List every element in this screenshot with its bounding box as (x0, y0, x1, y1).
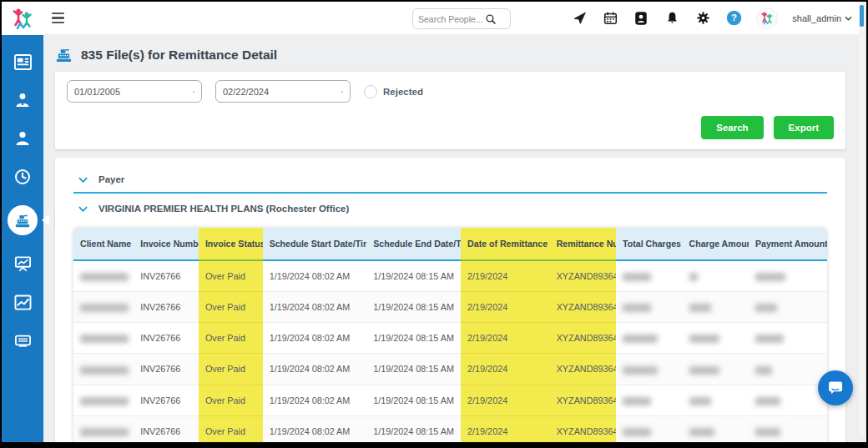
cell-remittance_number: XYZAND893647 (550, 354, 616, 385)
send-icon[interactable] (571, 10, 588, 27)
sidebar-item-schedule[interactable] (8, 167, 38, 187)
logo-icon (10, 7, 35, 30)
start-date-input[interactable] (74, 87, 193, 97)
end-date-field (215, 80, 351, 103)
calendar-icon[interactable] (602, 10, 618, 27)
sidebar-item-patients[interactable] (8, 128, 38, 148)
cell-date_of_remittance: 2/19/2024 (461, 323, 550, 354)
redacted-value (689, 304, 711, 312)
table-row[interactable]: INV26766Over Paid1/19/2024 08:02 AM1/19/… (73, 260, 827, 292)
chevron-down-icon (845, 16, 852, 21)
cell-invoice_status: Over Paid (199, 354, 263, 385)
cell-invoice_number: INV26766 (134, 292, 199, 323)
search-button[interactable]: Search (701, 116, 763, 139)
menu-toggle-button[interactable] (52, 13, 64, 24)
cell-total_charges (616, 354, 682, 385)
cell-invoice_status: Over Paid (199, 415, 263, 446)
cell-invoice_number: INV26766 (134, 323, 199, 354)
table-row[interactable]: INV26766Over Paid1/19/2024 08:02 AM1/19/… (73, 323, 827, 354)
cell-remittance_number: XYZAND893647 (550, 415, 616, 446)
search-icon[interactable] (485, 13, 497, 25)
sidebar-item-clinicians[interactable] (8, 90, 38, 110)
table-row[interactable]: INV26766Over Paid1/19/2024 08:02 AM1/19/… (73, 354, 827, 385)
cell-schedule_start: 1/19/2024 08:02 AM (263, 354, 367, 385)
calendar-icon[interactable] (193, 86, 194, 98)
cell-invoice_number: INV26766 (134, 415, 199, 446)
calendar-icon[interactable] (341, 86, 343, 98)
chat-launcher-button[interactable] (818, 370, 853, 405)
cell-schedule_start: 1/19/2024 08:02 AM (263, 292, 367, 323)
cell-schedule_start: 1/19/2024 08:02 AM (263, 323, 367, 354)
end-date-input[interactable] (223, 87, 341, 97)
col-header-charge_amount: Charge Amount (683, 228, 749, 260)
cell-invoice_status: Over Paid (199, 323, 263, 354)
cell-remittance_number: XYZAND893647 (550, 323, 616, 354)
redacted-value (755, 428, 780, 436)
table-header-row: Client NameInvoice NumberInvoice StatusS… (73, 228, 827, 260)
cell-date_of_remittance: 2/19/2024 (461, 260, 550, 292)
sidebar-item-dashboard[interactable] (8, 52, 38, 72)
col-header-invoice_status: Invoice Status (199, 228, 263, 260)
table-row[interactable]: INV26766Over Paid1/19/2024 08:02 AM1/19/… (73, 385, 827, 415)
cell-charge_amount (683, 415, 749, 446)
cell-client_name (73, 292, 134, 323)
user-avatar[interactable] (756, 8, 778, 29)
search-input[interactable] (418, 14, 485, 24)
avatar-logo-icon (760, 11, 775, 25)
app-logo[interactable] (2, 2, 43, 35)
cell-client_name (73, 385, 134, 415)
redacted-value (80, 335, 129, 343)
chevron-down-icon (78, 177, 88, 183)
redacted-value (689, 366, 719, 375)
redacted-value (755, 273, 785, 281)
redacted-value (755, 304, 777, 312)
cell-total_charges (616, 415, 682, 446)
page-title: 835 File(s) for Remittance Detail (81, 48, 277, 63)
cell-schedule_end: 1/19/2024 08:15 AM (366, 415, 461, 446)
gear-icon[interactable] (694, 10, 711, 27)
cell-date_of_remittance: 2/19/2024 (461, 354, 550, 385)
payer-group-toggle[interactable]: VIRGINIA PREMIER HEALTH PLANS (Rochester… (73, 197, 827, 219)
scrollbar-thumb[interactable] (860, 5, 864, 27)
col-header-remittance_number: Remittance Number (550, 228, 616, 260)
cell-total_charges (616, 323, 682, 354)
main-content: 835 File(s) for Remittance Detail (43, 35, 860, 442)
contacts-icon[interactable] (633, 10, 649, 27)
cell-payment_amount (749, 323, 827, 354)
bell-icon[interactable] (664, 10, 680, 27)
col-header-total_charges: Total Charges (616, 228, 682, 260)
table-row[interactable]: INV26766Over Paid1/19/2024 08:02 AM1/19/… (73, 292, 827, 323)
col-header-schedule_start: Schedule Start Date/Time (263, 228, 367, 260)
cell-payment_amount (749, 354, 827, 385)
remittance-table: Client NameInvoice NumberInvoice StatusS… (73, 228, 827, 448)
cell-schedule_end: 1/19/2024 08:15 AM (366, 260, 461, 292)
export-button[interactable]: Export (774, 116, 834, 139)
rejected-filter[interactable]: Rejected (364, 85, 423, 98)
rejected-checkbox[interactable] (364, 85, 377, 98)
sidebar-item-fax[interactable] (8, 330, 38, 350)
cell-schedule_end: 1/19/2024 08:15 AM (366, 385, 461, 415)
user-menu[interactable]: shall_admin (792, 13, 852, 23)
cell-payment_amount (749, 260, 827, 292)
cell-schedule_end: 1/19/2024 08:15 AM (366, 292, 461, 323)
redacted-value (623, 335, 658, 343)
cell-remittance_number: XYZAND893647 (550, 292, 616, 323)
redacted-value (623, 304, 651, 312)
printer-icon (14, 333, 32, 348)
cell-schedule_end: 1/19/2024 08:15 AM (366, 354, 461, 385)
sidebar-item-billing[interactable] (8, 205, 38, 235)
cell-invoice_number: INV26766 (134, 354, 199, 385)
start-date-field (67, 80, 202, 103)
page-scrollbar[interactable] (859, 3, 865, 436)
cell-charge_amount (683, 323, 749, 354)
col-header-payment_amount: Payment Amount (749, 228, 827, 260)
topbar-icons: ? shall_admin (571, 8, 860, 29)
sidebar-item-reports[interactable] (8, 254, 38, 274)
payer-section-toggle[interactable]: Payer (73, 168, 827, 190)
table-row[interactable]: INV26766Over Paid1/19/2024 08:02 AM1/19/… (73, 415, 827, 446)
sidebar-item-analytics[interactable] (8, 292, 38, 312)
col-header-invoice_number: Invoice Number (134, 228, 199, 260)
help-icon[interactable]: ? (725, 10, 742, 27)
sidebar-nav (2, 35, 43, 442)
cash-register-title-icon (55, 47, 73, 63)
